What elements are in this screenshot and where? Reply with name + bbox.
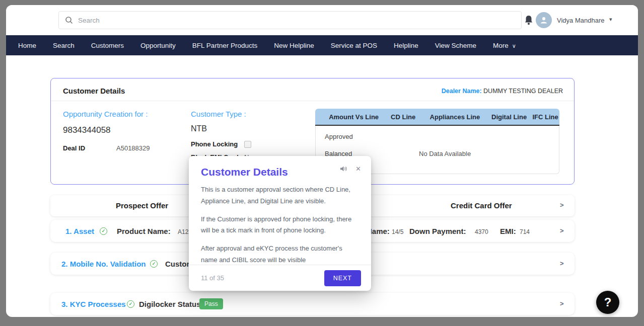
down-payment-label: Down Payment:: [409, 227, 466, 235]
customer-type-label: Customer Type :: [191, 110, 307, 118]
modal-body: This is a customer approval section wher…: [201, 184, 359, 266]
modal-footer: 11 of 35 NEXT: [189, 265, 371, 291]
opportunity-creation-label: Opportunity Creation for :: [63, 110, 184, 118]
phone-locking-label: Phone Locking: [191, 140, 244, 148]
help-button[interactable]: ?: [596, 291, 619, 314]
kyc-check-icon: ✓: [127, 300, 134, 308]
credit-card-offer-tab[interactable]: Credit Card Offer: [451, 201, 512, 210]
notification-bell-icon[interactable]: [524, 15, 534, 26]
mobile-validation-check-icon: ✓: [150, 260, 158, 268]
nav-item-opportunity[interactable]: Opportunity: [140, 42, 176, 49]
top-bar: Vidya Mandhare ▾: [6, 5, 638, 35]
nav-item-search[interactable]: Search: [53, 42, 75, 49]
mobile-validation-chevron-right-icon[interactable]: >: [560, 260, 564, 267]
dealer-name: Dealer Name: DUMMY TESTING DEALER: [442, 88, 563, 95]
opportunity-column: Opportunity Creation for : 9834344058 De…: [63, 110, 184, 152]
speaker-icon[interactable]: [340, 166, 347, 172]
opportunity-mobile-number: 9834344058: [63, 125, 184, 135]
no-data-available-text: No Data Available: [419, 150, 471, 157]
digilocker-pass-badge: Pass: [199, 298, 223, 309]
nav-item-bfl-partner-products[interactable]: BFL Partner Products: [192, 42, 257, 49]
nav-item-home[interactable]: Home: [18, 42, 36, 49]
deal-id-value: A50188329: [116, 144, 150, 152]
nav-more-label: More: [493, 42, 509, 49]
col-cd-line: CD Line: [383, 113, 423, 121]
dealer-name-value: DUMMY TESTING DEALER: [483, 88, 563, 95]
mobile-validation-section-title[interactable]: 2. Mobile No. Validation: [61, 260, 146, 268]
customer-type-column: Customer Type : NTB Phone Locking Black …: [191, 110, 307, 161]
kyc-chevron-right-icon[interactable]: >: [560, 300, 564, 307]
section-kyc-row: 3. KYC Processes ✓ Digilocker Status : P…: [50, 293, 575, 315]
col-ifc-line: IFC Line: [531, 113, 559, 121]
next-button[interactable]: NEXT: [324, 270, 361, 286]
step-counter: 11 of 35: [201, 274, 224, 282]
user-caret-down-icon[interactable]: ▾: [609, 16, 612, 23]
kyc-section-title[interactable]: 3. KYC Processes: [61, 300, 126, 308]
card-title: Customer Details: [63, 87, 125, 95]
scheme-name-value: 14/5: [392, 228, 403, 235]
emi-value: 714: [520, 228, 530, 235]
deal-id-label: Deal ID: [63, 144, 116, 152]
emi-label: EMI:: [500, 227, 516, 235]
deal-id-row: Deal ID A50188329: [63, 144, 184, 152]
modal-icons: ✕: [340, 165, 361, 173]
divider: [51, 101, 574, 101]
customer-type-value: NTB: [191, 124, 307, 133]
person-icon: [539, 16, 548, 25]
user-avatar[interactable]: [536, 12, 552, 28]
modal-paragraph: After approval and eKYC process the cust…: [201, 243, 359, 266]
table-row-approved: Approved: [325, 133, 353, 140]
nav-item-view-scheme[interactable]: View Scheme: [435, 42, 476, 49]
col-appliances-line: Appliances Line: [423, 113, 487, 121]
main-nav: Home Search Customers Opportunity BFL Pa…: [6, 35, 638, 55]
col-amount-vs-line: Amount Vs Line: [324, 113, 383, 121]
phone-locking-row: Phone Locking: [191, 140, 307, 148]
modal-paragraph: This is a customer approval section wher…: [201, 184, 359, 207]
user-name[interactable]: Vidya Mandhare: [557, 17, 604, 24]
modal-title: Customer Details: [201, 166, 359, 178]
down-payment-value: 4370: [475, 228, 488, 235]
nav-item-customers[interactable]: Customers: [91, 42, 124, 49]
prospect-offer-tab[interactable]: Prospect Offer: [116, 201, 168, 210]
digilocker-status-label: Digilocker Status :: [139, 300, 205, 308]
asset-section-title[interactable]: 1. Asset: [65, 227, 94, 235]
dealer-name-label: Dealer Name:: [442, 88, 482, 95]
col-digital-line: Digital Line: [487, 113, 531, 121]
nav-item-service-at-pos[interactable]: Service at POS: [331, 42, 377, 49]
nav-item-helpline[interactable]: Helpline: [394, 42, 418, 49]
search-icon: [65, 16, 73, 24]
search-box[interactable]: [58, 11, 522, 29]
asset-chevron-right-icon[interactable]: >: [560, 227, 564, 234]
modal-paragraph: If the Customer is approved for phone lo…: [201, 214, 359, 237]
offers-chevron-right-icon[interactable]: >: [560, 201, 564, 209]
phone-locking-checkbox[interactable]: [244, 141, 251, 148]
nav-item-more[interactable]: More ∨: [493, 42, 516, 49]
close-icon[interactable]: ✕: [355, 165, 361, 173]
search-input[interactable]: [78, 17, 491, 24]
asset-check-icon: ✓: [100, 227, 107, 235]
table-header-row: Amount Vs Line CD Line Appliances Line D…: [315, 109, 559, 126]
product-name-label: Product Name:: [117, 227, 171, 235]
chevron-down-icon: ∨: [512, 43, 516, 49]
nav-item-new-helpline[interactable]: New Helpline: [274, 42, 314, 49]
app-window: Vidya Mandhare ▾ Home Search Customers O…: [6, 5, 638, 317]
walkthrough-modal: Customer Details ✕ This is a customer ap…: [189, 156, 371, 291]
